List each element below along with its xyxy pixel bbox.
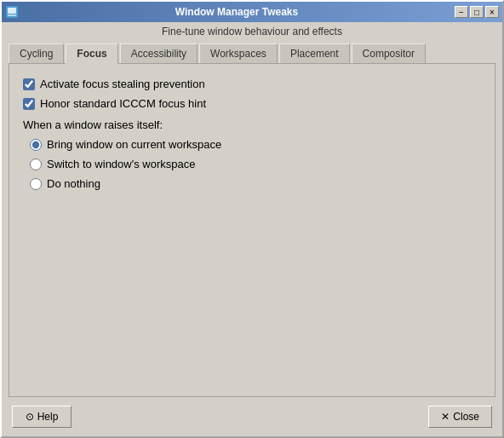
close-button[interactable]: ✕ Close [428, 406, 492, 428]
close-window-button[interactable]: × [485, 6, 499, 18]
radio-row-bring: Bring window on current workspace [30, 138, 481, 151]
activate-focus-stealing-label: Activate focus stealing prevention [40, 78, 205, 90]
titlebar: Window Manager Tweaks − □ × [2, 2, 502, 22]
checkbox-row-1: Activate focus stealing prevention [23, 78, 481, 90]
do-nothing-label: Do nothing [47, 177, 100, 190]
tab-focus[interactable]: Focus [66, 43, 117, 64]
tab-placement[interactable]: Placement [279, 43, 350, 64]
tab-cycling[interactable]: Cycling [9, 43, 64, 64]
radio-row-nothing: Do nothing [30, 177, 481, 190]
switch-workspace-label: Switch to window's workspace [47, 158, 195, 170]
tab-accessibility[interactable]: Accessibility [120, 43, 198, 64]
bring-workspace-radio[interactable] [30, 139, 42, 151]
checkbox-row-2: Honor standard ICCCM focus hint [23, 97, 481, 110]
help-icon: ⊙ [26, 411, 34, 423]
tab-compositor[interactable]: Compositor [352, 43, 426, 64]
tabs-bar: Cycling Focus Accessibility Workspaces P… [2, 39, 502, 63]
maximize-button[interactable]: □ [470, 6, 484, 18]
honor-icccm-checkbox[interactable] [23, 98, 35, 110]
radio-row-switch: Switch to window's workspace [30, 158, 481, 170]
radio-group-raises: Bring window on current workspace Switch… [23, 138, 481, 190]
honor-icccm-label: Honor standard ICCCM focus hint [40, 97, 206, 110]
svg-rect-2 [8, 14, 16, 16]
svg-rect-1 [8, 8, 16, 14]
window-subtitle: Fine-tune window behaviour and effects [2, 22, 502, 39]
bottom-bar: ⊙ Help ✕ Close [2, 397, 502, 436]
window-title: Window Manager Tweaks [19, 6, 455, 18]
app-icon [5, 5, 19, 19]
tab-workspaces[interactable]: Workspaces [199, 43, 278, 64]
help-button[interactable]: ⊙ Help [12, 406, 72, 428]
close-label: Close [453, 411, 479, 423]
switch-workspace-radio[interactable] [30, 158, 42, 170]
raises-section-label: When a window raises itself: [23, 118, 481, 131]
tab-content-focus: Activate focus stealing prevention Honor… [9, 63, 495, 397]
titlebar-left [5, 5, 19, 19]
activate-focus-stealing-checkbox[interactable] [23, 78, 35, 90]
close-icon: ✕ [441, 411, 450, 423]
do-nothing-radio[interactable] [30, 178, 42, 190]
help-label: Help [37, 411, 59, 423]
minimize-button[interactable]: − [455, 6, 468, 18]
bring-workspace-label: Bring window on current workspace [47, 138, 221, 151]
window-controls: − □ × [455, 6, 499, 18]
main-window: Window Manager Tweaks − □ × Fine-tune wi… [0, 0, 504, 438]
